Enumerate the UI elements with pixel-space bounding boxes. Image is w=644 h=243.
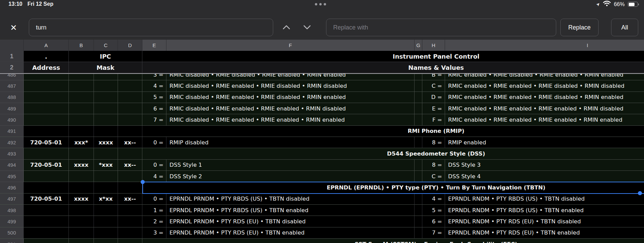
section-header-cell-493[interactable]: D544 Speedometer Style (DSS)	[142, 148, 644, 159]
row-number-494[interactable]: 494	[0, 160, 24, 171]
cell-496-B[interactable]	[69, 182, 94, 193]
cell-490-C[interactable]	[94, 114, 118, 125]
row-number-2[interactable]: 2	[0, 62, 24, 73]
column-header-D[interactable]: D	[118, 40, 142, 51]
row-number-492[interactable]: 492	[0, 137, 24, 148]
column-header-B[interactable]: B	[69, 40, 94, 51]
cell-486-E[interactable]: 3 =	[142, 74, 166, 80]
find-previous-button[interactable]	[280, 23, 293, 33]
cell-492-E[interactable]: 0 =	[142, 137, 166, 148]
cell-486-D[interactable]	[118, 74, 142, 80]
replace-button[interactable]: Replace	[560, 19, 599, 36]
cell-492-A[interactable]: 720-05-01	[24, 137, 69, 148]
cell-489-G[interactable]	[415, 103, 422, 114]
cell-492-D[interactable]: xx--	[118, 137, 142, 148]
cell-497-G[interactable]	[415, 194, 422, 205]
cell-499-E[interactable]: 2 =	[142, 216, 166, 227]
column-header-A[interactable]: A	[24, 40, 69, 51]
cell-488-F[interactable]: RMIC disabled • RMIE enabled • RMIE disa…	[166, 92, 415, 103]
cell-495-I[interactable]: DSS Style 4	[445, 171, 644, 182]
replace-input[interactable]: Replace with	[326, 19, 556, 36]
cell-490-I[interactable]: RMIC enabled • RMIE enabled • RMIE enabl…	[445, 114, 644, 125]
cell-497-H[interactable]: 4 =	[422, 194, 445, 205]
row-number-488[interactable]: 488	[0, 92, 24, 103]
cell-488-I[interactable]: RMIC enabled • RMIE enabled • RMIE disab…	[445, 92, 644, 103]
cell-497-D[interactable]: xx--	[118, 194, 142, 205]
cell-492-C[interactable]: xxxx	[94, 137, 118, 148]
cell-499-D[interactable]	[118, 216, 142, 227]
cell-486-C[interactable]	[94, 74, 118, 80]
replace-all-button[interactable]: All	[611, 19, 638, 36]
row-number-497[interactable]: 497	[0, 194, 24, 205]
cell-495-F[interactable]: DSS Style 2	[166, 171, 415, 182]
cell-494-F[interactable]: DSS Style 1	[166, 160, 415, 171]
column-header-E[interactable]: E	[142, 40, 166, 51]
cell-489-A[interactable]	[24, 103, 69, 114]
cell-499-H[interactable]: 6 =	[422, 216, 445, 227]
row-number-486[interactable]: 486	[0, 74, 24, 80]
cell-501-B[interactable]	[69, 239, 94, 243]
cell-487-C[interactable]	[94, 80, 118, 92]
cell-498-D[interactable]	[118, 205, 142, 216]
cell-493-A[interactable]	[24, 148, 69, 159]
column-header-G[interactable]: G	[415, 40, 422, 51]
cell-489-H[interactable]: E =	[422, 103, 445, 114]
cell-500-G[interactable]	[415, 227, 422, 239]
cell-1-A[interactable]: .	[24, 51, 69, 62]
row-number-493[interactable]: 493	[0, 148, 24, 159]
cell-493-B[interactable]	[69, 148, 94, 159]
cell-495-B[interactable]	[69, 171, 94, 182]
cell-501-D[interactable]	[118, 239, 142, 243]
cell-487-A[interactable]	[24, 80, 69, 92]
cell-486-G[interactable]	[415, 74, 422, 80]
cell-488-G[interactable]	[415, 92, 422, 103]
search-input[interactable]: turn	[29, 19, 273, 36]
cell-492-H[interactable]: 8 =	[422, 137, 445, 148]
cell-486-H[interactable]: B =	[422, 74, 445, 80]
cell-488-B[interactable]	[69, 92, 94, 103]
cell-499-C[interactable]	[94, 216, 118, 227]
cell-486-F[interactable]: RMIC disabled • RMIE disabled • RMIE ena…	[166, 74, 415, 80]
cell-490-E[interactable]: 7 =	[142, 114, 166, 125]
cell-488-C[interactable]	[94, 92, 118, 103]
section-header-cell-501[interactable]: SST S or M (SSTSM) • Engine, Fuel, Capab…	[142, 239, 644, 243]
cell-487-G[interactable]	[415, 80, 422, 92]
cell-488-E[interactable]: 5 =	[142, 92, 166, 103]
cell-486-B[interactable]	[69, 74, 94, 80]
cell-486-A[interactable]	[24, 74, 69, 80]
cell-491-A[interactable]	[24, 126, 69, 137]
cell-498-B[interactable]	[69, 205, 94, 216]
row-number-501[interactable]: 501	[0, 239, 24, 243]
cell-490-G[interactable]	[415, 114, 422, 125]
row-number-496[interactable]: 496	[0, 182, 24, 193]
cell-490-B[interactable]	[69, 114, 94, 125]
cell-490-A[interactable]	[24, 114, 69, 125]
cell-497-B[interactable]: xxxx	[69, 194, 94, 205]
cell-496-A[interactable]	[24, 182, 69, 193]
cell-494-I[interactable]: DSS Style 3	[445, 160, 644, 171]
cell-487-E[interactable]: 4 =	[142, 80, 166, 92]
cell-498-G[interactable]	[415, 205, 422, 216]
row-number-498[interactable]: 498	[0, 205, 24, 216]
cell-500-D[interactable]	[118, 227, 142, 239]
cell-490-F[interactable]: RMIC disabled • RMIE enabled • RMIE enab…	[166, 114, 415, 125]
cell-489-D[interactable]	[118, 103, 142, 114]
row-number-499[interactable]: 499	[0, 216, 24, 227]
cell-495-C[interactable]	[94, 171, 118, 182]
cell-490-H[interactable]: F =	[422, 114, 445, 125]
section-header-cell-496[interactable]: EPRNDL (EPRNDL) • PTY type (PTY) • Turn …	[142, 182, 644, 193]
cell-491-C[interactable]	[94, 126, 118, 137]
cell-498-H[interactable]: 5 =	[422, 205, 445, 216]
app-switcher-dots[interactable]	[315, 3, 326, 5]
cell-499-I[interactable]: EPRNDL RNDM • PTY RDS (EU) • TBTN disabl…	[445, 216, 644, 227]
cell-489-I[interactable]: RMIC enabled • RMIE enabled • RMIE enabl…	[445, 103, 644, 114]
cell-494-C[interactable]: *xxx	[94, 160, 118, 171]
cell-488-D[interactable]	[118, 92, 142, 103]
column-header-C[interactable]: C	[94, 40, 118, 51]
cell-495-D[interactable]	[118, 171, 142, 182]
cell-498-F[interactable]: EPRNDL PRNDM • PTY RBDS (US) • TBTN enab…	[166, 205, 415, 216]
cell-500-F[interactable]: EPRNDL PRNDM • PTY RDS (EU) • TBTN enabl…	[166, 227, 415, 239]
cell-1-BCD[interactable]: IPC	[69, 51, 142, 62]
cell-494-A[interactable]: 720-05-01	[24, 160, 69, 171]
column-header-H[interactable]: H	[422, 40, 445, 51]
